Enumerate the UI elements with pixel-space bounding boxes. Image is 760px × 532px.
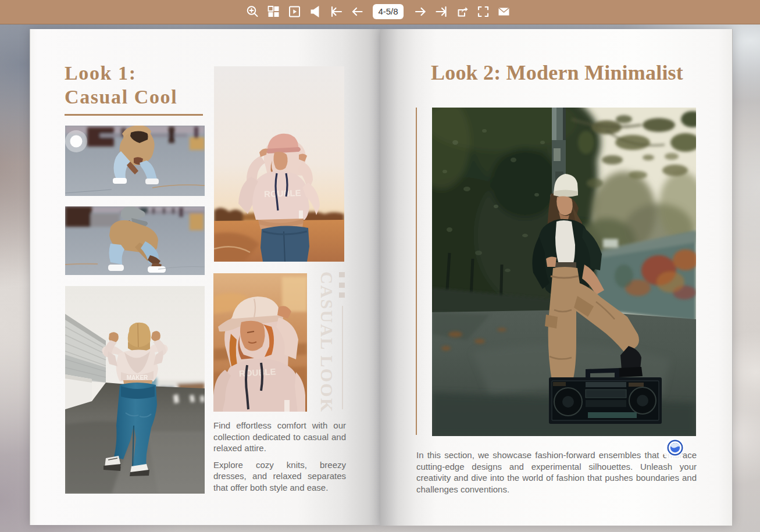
svg-text:ROUBLE: ROUBLE <box>239 366 276 378</box>
svg-text:ROUBLE: ROUBLE <box>264 188 301 199</box>
svg-text:MAKER: MAKER <box>127 374 148 381</box>
